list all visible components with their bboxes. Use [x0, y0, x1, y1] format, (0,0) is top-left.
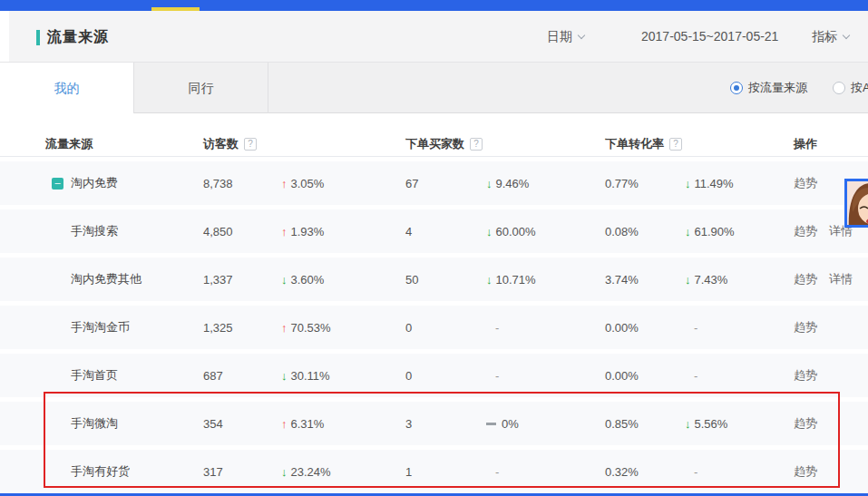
- help-icon[interactable]: ?: [669, 138, 682, 151]
- detail-link[interactable]: 详情: [829, 272, 853, 286]
- source-name: 淘内免费其他: [71, 271, 141, 287]
- down-arrow-icon: ↓: [486, 273, 493, 287]
- help-icon[interactable]: ?: [470, 138, 483, 151]
- view-mode-radios: 按流量来源 按A: [730, 63, 868, 113]
- conv-change: ↓11.49%: [685, 177, 794, 190]
- conv-value: 0.00%: [605, 321, 685, 335]
- conv-value: 0.08%: [605, 225, 685, 238]
- date-dropdown[interactable]: 日期: [547, 29, 584, 45]
- col-header-conversion: 下单转化率 ?: [605, 136, 685, 152]
- buyers-value: 1: [405, 465, 486, 479]
- visitors-change: ↓3.60%: [281, 273, 405, 287]
- actions-cell: 趋势: [794, 415, 868, 432]
- down-arrow-icon: ↓: [685, 177, 691, 190]
- source-name-cell: 手淘首页: [0, 367, 203, 384]
- page: { "topbar": { "brand_color": "#2a63e6", …: [0, 0, 868, 496]
- buyers-change: -: [486, 369, 605, 383]
- actions-cell: 趋势: [794, 367, 868, 384]
- conv-value: 3.74%: [605, 273, 685, 287]
- visitors-value: 1,325: [203, 321, 281, 335]
- up-arrow-icon: ↑: [281, 225, 288, 238]
- visitors-change: ↓23.24%: [281, 465, 405, 479]
- conv-value: 0.77%: [605, 177, 685, 190]
- buyers-change: ↓9.46%: [486, 177, 605, 190]
- help-icon[interactable]: ?: [244, 138, 257, 151]
- trend-link[interactable]: 趋势: [794, 416, 817, 430]
- buyers-value: 4: [405, 225, 486, 238]
- conv-change: ↓5.56%: [685, 417, 794, 431]
- metric-dropdown[interactable]: 指标: [812, 29, 849, 45]
- visitors-value: 354: [203, 417, 281, 431]
- up-arrow-icon: ↑: [281, 417, 288, 431]
- visitors-change: ↑6.31%: [281, 417, 405, 431]
- visitors-value: 687: [203, 369, 281, 383]
- radio-by-traffic-source[interactable]: 按流量来源: [730, 80, 807, 96]
- trend-link[interactable]: 趋势: [794, 176, 817, 190]
- buyers-change: ↓10.71%: [486, 273, 605, 287]
- down-arrow-icon: ↓: [486, 177, 493, 190]
- col-header-buyers: 下单买家数 ?: [405, 136, 486, 152]
- visitors-change: ↑1.93%: [281, 225, 405, 238]
- radio-label: 按流量来源: [748, 80, 807, 96]
- table-row: 手淘微淘354↑6.31%30%0.85%↓5.56%趋势: [0, 402, 868, 445]
- visitors-change: ↑70.53%: [281, 321, 405, 335]
- table-row: 手淘首页687↓30.11%0-0.00%-趋势: [0, 354, 868, 397]
- source-name: 手淘淘金币: [71, 319, 130, 336]
- source-name-cell: 手淘搜索: [0, 223, 203, 239]
- down-arrow-icon: ↓: [685, 225, 691, 238]
- flat-indicator-icon: [486, 423, 496, 425]
- source-name: 手淘有好货: [71, 463, 130, 480]
- col-header-visitors: 访客数 ?: [203, 136, 281, 152]
- chevron-down-icon: [578, 32, 585, 39]
- source-name: 手淘首页: [71, 367, 118, 384]
- tab-mine[interactable]: 我的: [0, 63, 134, 114]
- down-arrow-icon: ↓: [486, 225, 493, 238]
- source-name: 手淘搜索: [71, 223, 118, 239]
- conv-change: -: [685, 321, 794, 335]
- conv-value: 0.85%: [605, 417, 685, 431]
- up-arrow-icon: ↑: [281, 177, 288, 190]
- radio-unselected-icon: [833, 82, 845, 94]
- panel-title-wrap: 流量来源: [36, 28, 109, 47]
- panel-header: 流量来源 日期 2017-05-15~2017-05-21 指标: [9, 11, 868, 62]
- trend-link[interactable]: 趋势: [794, 224, 817, 238]
- buyers-change: 0%: [486, 417, 605, 431]
- table-row: 手淘淘金币1,325↑70.53%0-0.00%-趋势: [0, 306, 868, 349]
- table-body: –淘内免费8,738↑3.05%67↓9.46%0.77%↓11.49%趋势手淘…: [0, 161, 868, 493]
- metric-dropdown-label: 指标: [812, 29, 837, 44]
- buyers-change: -: [486, 465, 605, 479]
- radio-selected-icon: [730, 82, 743, 94]
- table-row: 淘内免费其他1,337↓3.60%50↓10.71%3.74%↓7.43%趋势详…: [0, 258, 868, 301]
- visitors-value: 1,337: [203, 273, 281, 287]
- trend-link[interactable]: 趋势: [794, 368, 817, 382]
- down-arrow-icon: ↓: [281, 465, 288, 479]
- title-accent-bar: [36, 30, 40, 45]
- visitors-change: ↑3.05%: [281, 177, 405, 190]
- chevron-down-icon: [843, 32, 850, 39]
- source-name-cell: –淘内免费: [0, 175, 203, 191]
- source-name-cell: 手淘微淘: [0, 415, 203, 432]
- buyers-change: -: [486, 321, 605, 335]
- down-arrow-icon: ↓: [685, 273, 691, 287]
- conv-value: 0.00%: [605, 369, 685, 383]
- date-dropdown-label: 日期: [547, 29, 572, 44]
- avatar[interactable]: [844, 179, 868, 228]
- page-title: 流量来源: [47, 28, 109, 47]
- trend-link[interactable]: 趋势: [794, 464, 817, 478]
- radio-by-a[interactable]: 按A: [833, 80, 868, 96]
- source-name-cell: 淘内免费其他: [0, 271, 203, 287]
- down-arrow-icon: ↓: [281, 369, 288, 383]
- conv-change: ↓7.43%: [685, 273, 794, 287]
- tab-peers[interactable]: 同行: [134, 63, 268, 113]
- trend-link[interactable]: 趋势: [794, 272, 817, 286]
- date-range-value[interactable]: 2017-05-15~2017-05-21: [641, 29, 778, 44]
- actions-cell: 趋势详情: [794, 271, 868, 287]
- table-header-row: 流量来源 访客数 ? 下单买家数 ? 下单转化率 ? 操作: [0, 131, 868, 157]
- buyers-value: 50: [405, 273, 486, 287]
- conv-value: 0.32%: [605, 465, 685, 479]
- col-header-actions: 操作: [794, 136, 868, 152]
- source-name: 手淘微淘: [71, 415, 118, 432]
- trend-link[interactable]: 趋势: [794, 320, 817, 334]
- down-arrow-icon: ↓: [281, 273, 288, 287]
- collapse-icon[interactable]: –: [52, 178, 63, 190]
